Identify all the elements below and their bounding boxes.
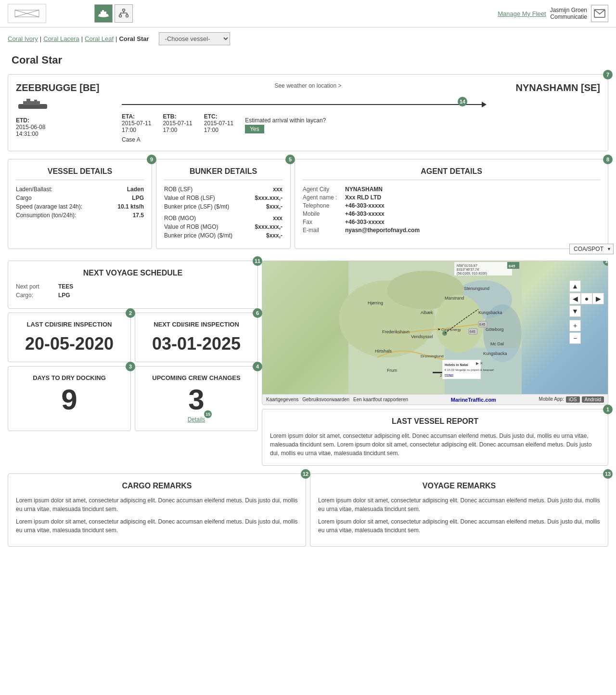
value-rob-lsf-row: Value of ROB (LSF) $xxx.xxx,- (164, 195, 282, 201)
last-cdi-title: LAST CDI/SIRE INSPECTION (16, 321, 123, 328)
map-nav-left[interactable]: ◀ (569, 293, 581, 304)
map-nav-down[interactable]: ▼ (569, 305, 581, 317)
svg-point-6 (123, 9, 125, 12)
android-app-button[interactable]: Android (582, 396, 604, 403)
crew-changes-title: UPCOMING CREW CHANGES (143, 374, 250, 381)
next-port-row: Next port TEES (16, 283, 250, 290)
lower-left: 11 NEXT VOYAGE SCHEDULE Next port TEES C… (8, 261, 258, 466)
eta-label: ETA: (122, 113, 151, 120)
map-nav-center[interactable]: ● (581, 293, 592, 304)
port-from: ZEEBRUGGE [BE] ETD: 2015-06-08 14:31:00 (16, 82, 122, 137)
org-chart-icon-button[interactable] (115, 4, 133, 23)
details-badge: 15 (204, 410, 212, 418)
crew-details-link[interactable]: Details (188, 416, 205, 423)
user-name: Jasmijn Groen (550, 7, 587, 13)
dry-docking-card: 3 DAYS TO DRY DOCKING 9 (8, 366, 131, 431)
map-zoom-out[interactable]: − (569, 332, 581, 344)
details-grid: 9 VESSEL DETAILS Laden/Ballast: Laden Ca… (8, 159, 608, 249)
eta-date: 2015-07-11 (122, 120, 151, 127)
consumption-row: Consumption (ton/24h): 17.5 (16, 212, 144, 219)
next-cdi-date: 03-01-2025 (143, 334, 250, 354)
agent-email-value: nyasn@theportofnayd.com (345, 227, 420, 234)
map-nav-up[interactable]: ▲ (569, 280, 581, 292)
weather-link[interactable]: See weather on location > (274, 82, 341, 89)
cargo-remarks-text1: Lorem ipsum dolor sit amet, consectetur … (16, 496, 298, 513)
svg-text:E010°46'37.74': E010°46'37.74' (457, 268, 479, 271)
inspection-row: 2 LAST CDI/SIRE INSPECTION 20-05-2020 6 … (8, 313, 258, 362)
svg-text:Kungsbacka: Kungsbacka (483, 351, 507, 356)
header: Manage My Fleet Jasmijn Groen Communicat… (0, 0, 616, 27)
vessel-details-card: 9 VESSEL DETAILS Laden/Ballast: Laden Ca… (8, 159, 152, 249)
dry-docking-title: DAYS TO DRY DOCKING (16, 374, 123, 381)
svg-text:⚑ Coral Energy: ⚑ Coral Energy (437, 328, 461, 332)
vessel-report-title: LAST VESSEL REPORT (270, 417, 600, 426)
cargo-value: LPG (58, 292, 70, 299)
next-cdi-badge: 6 (253, 308, 262, 318)
cargo-remarks-badge: 12 (301, 469, 310, 479)
etc-label: ETC: (204, 113, 233, 120)
cargo-label: Cargo: (16, 292, 54, 299)
agent-email-row: E-mail nyasn@theportofnayd.com (303, 227, 600, 234)
rob-mgo-row: ROB (MGO) xxx (164, 215, 282, 222)
last-cdi-date: 20-05-2020 (16, 334, 123, 354)
voyage-card: 7 See weather on location > ZEEBRUGGE [B… (8, 74, 608, 151)
rob-mgo-value: xxx (273, 215, 282, 222)
breadcrumb-coral-ivory[interactable]: Coral Ivory (8, 35, 38, 42)
svg-rect-16 (26, 99, 30, 102)
etb-date: 2015-07-11 (163, 120, 192, 127)
svg-point-24 (435, 295, 483, 353)
map-nav-right[interactable]: ▶ (592, 293, 604, 304)
voyage-remarks-badge: 13 (603, 469, 613, 479)
cargo-value: LPG (132, 195, 144, 201)
breadcrumb-coral-lacera[interactable]: Coral Lacera (43, 35, 79, 42)
header-right: Manage My Fleet Jasmijn Groen Communicat… (498, 5, 608, 22)
lower-section: 11 NEXT VOYAGE SCHEDULE Next port TEES C… (8, 261, 608, 466)
agent-name-row: Agent name : Xxx RLD LTD (303, 194, 600, 201)
rob-lsf-row: ROB (LSF) xxx (164, 186, 282, 193)
dry-docking-badge: 3 (126, 362, 135, 371)
map-zoom-in[interactable]: + (569, 320, 581, 331)
agent-name-value: Xxx RLD LTD (345, 194, 381, 201)
user-info: Jasmijn Groen Communicatie (550, 7, 587, 20)
envelope-icon[interactable] (591, 5, 608, 22)
svg-text:645: 645 (470, 330, 475, 333)
agent-name-label: Agent name : (303, 194, 341, 201)
breadcrumb: Coral Ivory | Coral Lacera | Coral Leaf … (0, 27, 616, 50)
vessel-select[interactable]: -Choose vessel- (159, 32, 230, 45)
agent-email-label: E-mail (303, 227, 341, 234)
breadcrumb-current: Coral Star (119, 35, 149, 42)
etb-time: 17:00 (163, 127, 192, 133)
svg-point-7 (119, 15, 122, 17)
consumption-label: Consumption (ton/24h): (16, 212, 76, 219)
eta-col: ETA: 2015-07-11 17:00 (122, 113, 151, 133)
crew-changes-card: 4 UPCOMING CREW CHANGES 3 Details 15 (135, 366, 258, 431)
etb-col: ETB: 2015-07-11 17:00 (163, 113, 192, 133)
coa-spot-container: COA/SPOT ▼ (569, 244, 614, 254)
voyage-details-row: ETA: 2015-07-11 17:00 ETB: 2015-07-11 17… (122, 113, 487, 133)
bottom-cards-row: 3 DAYS TO DRY DOCKING 9 4 UPCOMING CREW … (8, 366, 258, 431)
coa-spot-dropdown[interactable]: COA/SPOT ▼ (569, 244, 614, 254)
port-to: NYNASHAMN [SE] (494, 82, 600, 93)
map-data-label: Kaartgegevens (266, 397, 298, 402)
value-rob-mgo-label: Value of ROB (MGO) (164, 223, 218, 230)
svg-rect-5 (102, 10, 104, 12)
next-voyage-card: 11 NEXT VOYAGE SCHEDULE Next port TEES C… (8, 261, 258, 309)
next-port-value: TEES (58, 283, 73, 290)
ship-icon-button[interactable] (94, 4, 113, 23)
rob-lsf-label: ROB (LSF) (164, 186, 192, 193)
etc-col: ETC: 2015-07-11 17:00 (204, 113, 233, 133)
svg-text:Kungsbacka: Kungsbacka (478, 310, 502, 315)
agent-details-title: AGENT DETAILS (303, 167, 600, 180)
value-rob-mgo-row: Value of ROB (MGO) $xxx.xxx,- (164, 223, 282, 230)
map-app-links: Mobile App: iOS Android (539, 396, 604, 403)
svg-text:645: 645 (509, 264, 515, 268)
etb-label: ETB: (163, 113, 192, 120)
ios-app-button[interactable]: iOS (566, 396, 580, 403)
voyage-line: 14 ETA: 2015-07-11 17:00 ETB: 2015-07-11… (122, 102, 487, 143)
svg-text:Mc Dal: Mc Dal (490, 341, 504, 346)
value-rob-lsf-value: $xxx.xxx,- (255, 195, 282, 201)
breadcrumb-coral-leaf[interactable]: Coral Leaf (85, 35, 114, 42)
etc-date: 2015-07-11 (204, 120, 233, 127)
consumption-value: 17.5 (133, 212, 144, 219)
manage-fleet-link[interactable]: Manage My Fleet (498, 10, 546, 17)
